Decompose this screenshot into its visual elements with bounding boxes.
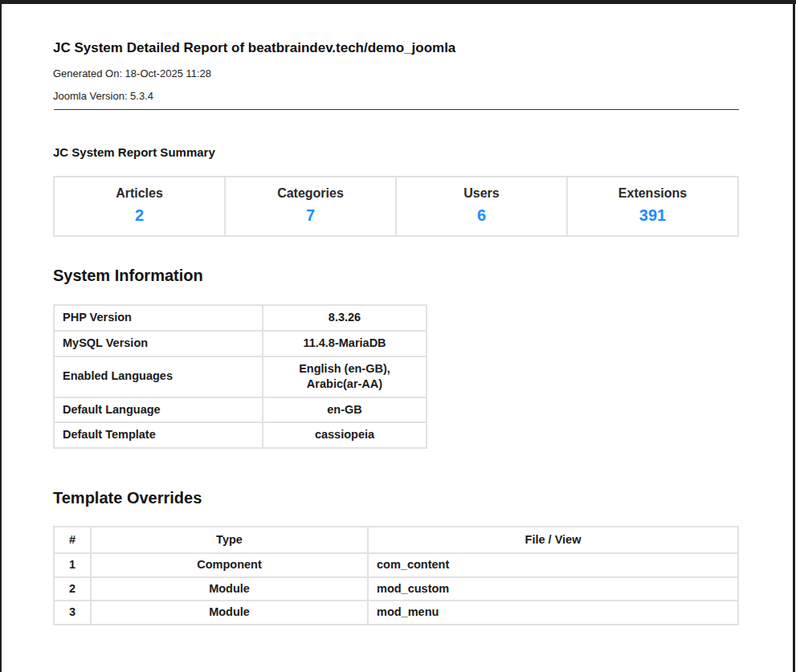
report-page: JC System Detailed Report of beatbrainde… (0, 0, 796, 672)
override-type: Component (91, 553, 368, 577)
sysinfo-label: Default Template (54, 422, 263, 448)
sysinfo-value: en-GB (263, 397, 427, 423)
table-row: Default Template cassiopeia (54, 422, 427, 448)
summary-value: 2 (55, 205, 224, 226)
generated-on-text: Generated On: 18-Oct-2025 11:28 (53, 68, 739, 80)
table-row: MySQL Version 11.4.8-MariaDB (54, 331, 427, 356)
summary-value: 6 (397, 205, 566, 226)
override-file: mod_custom (368, 577, 738, 601)
summary-heading: JC System Report Summary (53, 145, 739, 160)
table-row: 1 Component com_content (54, 553, 738, 577)
system-information-heading: System Information (53, 267, 739, 284)
summary-cell-categories: Categories 7 (225, 177, 396, 236)
override-type: Module (91, 601, 368, 625)
override-file: mod_menu (368, 601, 738, 625)
sysinfo-value: English (en-GB), Arabic(ar-AA) (263, 356, 427, 397)
override-num: 1 (54, 553, 91, 577)
sysinfo-label: Enabled Languages (54, 356, 263, 397)
summary-table: Articles 2 Categories 7 Users 6 Extensio… (53, 176, 739, 237)
override-num: 3 (54, 601, 91, 625)
override-num: 2 (54, 577, 91, 601)
column-header-num: # (54, 527, 91, 554)
sysinfo-label: PHP Version (54, 305, 263, 331)
table-row: 3 Module mod_menu (54, 601, 738, 625)
report-content: JC System Detailed Report of beatbrainde… (53, 0, 739, 625)
header-divider (54, 109, 739, 110)
summary-label: Categories (226, 185, 395, 202)
joomla-version-text: Joomla Version: 5.3.4 (53, 91, 739, 103)
column-header-file: File / View (368, 527, 738, 554)
summary-label: Users (397, 185, 566, 202)
sysinfo-value: 11.4.8-MariaDB (263, 331, 427, 356)
summary-value: 7 (226, 205, 395, 226)
summary-value: 391 (568, 205, 737, 226)
table-row: Enabled Languages English (en-GB), Arabi… (54, 356, 427, 397)
template-overrides-heading: Template Overrides (53, 489, 739, 507)
summary-row: Articles 2 Categories 7 Users 6 Extensio… (54, 177, 738, 236)
sysinfo-label: Default Language (54, 397, 263, 423)
page-frame-right (793, 0, 795, 672)
page-frame-left (0, 0, 2, 672)
summary-cell-extensions: Extensions 391 (567, 177, 738, 236)
table-row: Default Language en-GB (54, 397, 427, 423)
summary-label: Articles (55, 185, 224, 202)
summary-cell-articles: Articles 2 (54, 177, 225, 236)
table-header-row: # Type File / View (54, 527, 738, 554)
summary-label: Extensions (568, 185, 737, 202)
template-overrides-table: # Type File / View 1 Component com_conte… (53, 526, 739, 625)
override-type: Module (91, 577, 368, 601)
table-row: PHP Version 8.3.26 (54, 305, 427, 331)
override-file: com_content (368, 553, 738, 577)
sysinfo-label: MySQL Version (54, 331, 263, 356)
table-row: 2 Module mod_custom (54, 577, 738, 601)
report-title: JC System Detailed Report of beatbrainde… (53, 40, 739, 56)
column-header-type: Type (91, 527, 368, 554)
summary-cell-users: Users 6 (396, 177, 567, 236)
sysinfo-value: 8.3.26 (263, 305, 427, 331)
sysinfo-value: cassiopeia (263, 422, 427, 448)
system-information-table: PHP Version 8.3.26 MySQL Version 11.4.8-… (53, 304, 427, 448)
